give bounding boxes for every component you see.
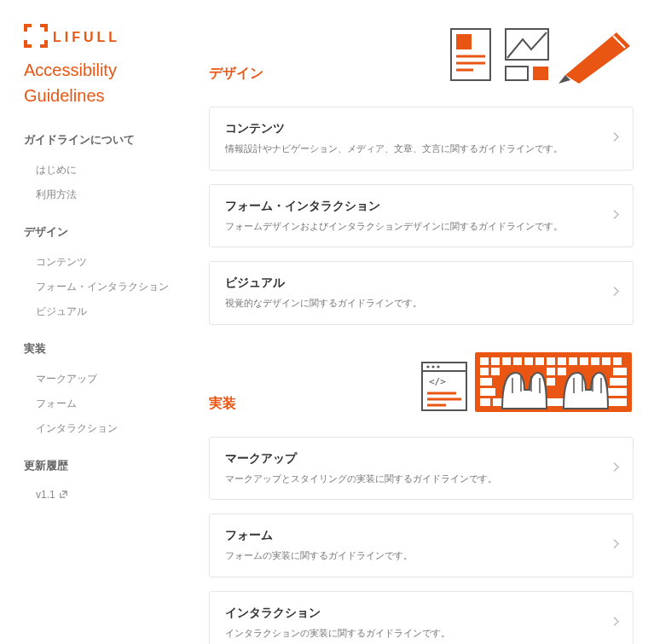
nav-item-intro[interactable]: はじめに (24, 158, 182, 183)
sidebar: LIFULL Accessibility Guidelines ガイドラインにつ… (0, 0, 192, 644)
nav-heading-about: ガイドラインについて (24, 132, 182, 148)
svg-point-12 (431, 365, 434, 368)
card-interaction[interactable]: インタラクション インタラクションの実装に関するガイドラインです。 (209, 591, 634, 645)
main-content: デザイン (192, 0, 654, 644)
section-title-design: デザイン (209, 65, 263, 88)
sidebar-nav: ガイドラインについて はじめに 利用方法 デザイン コンテンツ フォーム・インタ… (24, 132, 182, 506)
chevron-right-icon (613, 132, 619, 145)
svg-rect-33 (491, 368, 500, 375)
svg-rect-34 (547, 368, 555, 375)
implementation-illustration-icon: </> (420, 349, 634, 418)
svg-rect-42 (480, 398, 490, 406)
svg-rect-39 (610, 378, 627, 386)
brand-name: LIFULL (53, 30, 120, 45)
chevron-right-icon (613, 287, 619, 299)
svg-rect-19 (480, 357, 489, 365)
card-desc: フォームデザインおよびインタラクションデザインに関するガイドラインです。 (225, 219, 599, 234)
svg-rect-48 (606, 398, 627, 406)
card-desc: マークアップとスタイリングの実装に関するガイドラインです。 (225, 472, 599, 486)
svg-point-13 (437, 365, 439, 368)
nav-item-contents[interactable]: コンテンツ (24, 250, 182, 275)
chevron-right-icon (613, 209, 619, 222)
card-form-interaction[interactable]: フォーム・インタラクション フォームデザインおよびインタラクションデザインに関す… (209, 184, 634, 248)
svg-rect-35 (558, 368, 566, 375)
svg-rect-28 (580, 357, 588, 365)
chevron-right-icon (613, 616, 619, 629)
nav-heading-design: デザイン (24, 224, 182, 240)
svg-rect-22 (513, 357, 522, 365)
nav-heading-changelog: 更新履歴 (24, 458, 182, 473)
card-desc: インタラクションの実装に関するガイドラインです。 (225, 626, 599, 641)
site-title-line2: Guidelines (24, 83, 182, 108)
svg-rect-30 (602, 357, 611, 365)
card-markup[interactable]: マークアップ マークアップとスタイリングの実装に関するガイドラインです。 (209, 437, 634, 501)
svg-text:</>: </> (429, 376, 446, 387)
nav-item-form-interaction[interactable]: フォーム・インタラクション (24, 275, 182, 299)
svg-rect-21 (502, 357, 511, 365)
section-title-implementation: 実装 (209, 395, 236, 418)
site-title-line1: Accessibility (24, 57, 182, 83)
svg-rect-6 (506, 67, 528, 80)
svg-rect-26 (558, 357, 566, 365)
svg-rect-24 (535, 357, 544, 365)
section-implementation: 実装 </> (209, 349, 634, 645)
design-illustration-icon (446, 24, 634, 88)
card-desc: フォームの実装に関するガイドラインです。 (225, 548, 599, 563)
svg-rect-38 (547, 378, 555, 386)
card-title: インタラクション (225, 606, 599, 621)
svg-rect-25 (547, 357, 555, 365)
card-visual[interactable]: ビジュアル 視覚的なデザインに関するガイドラインです。 (209, 261, 634, 325)
logo-brackets-icon (24, 24, 48, 50)
nav-item-version[interactable]: v1.1 (24, 484, 182, 506)
nav-item-visual[interactable]: ビジュアル (24, 299, 182, 324)
chevron-right-icon (613, 539, 619, 552)
svg-rect-23 (524, 357, 533, 365)
section-design: デザイン (209, 24, 634, 325)
svg-rect-27 (569, 357, 577, 365)
card-title: マークアップ (225, 451, 599, 467)
card-desc: 情報設計やナビゲーション、メディア、文章、文言に関するガイドラインです。 (225, 142, 599, 156)
svg-rect-29 (591, 357, 599, 365)
svg-rect-37 (480, 378, 492, 386)
card-form[interactable]: フォーム フォームの実装に関するガイドラインです。 (209, 513, 634, 577)
external-link-icon (59, 490, 68, 501)
svg-rect-1 (456, 34, 472, 49)
nav-heading-implementation: 実装 (24, 341, 182, 357)
nav-item-usage[interactable]: 利用方法 (24, 183, 182, 207)
nav-item-markup[interactable]: マークアップ (24, 367, 182, 392)
logo-block[interactable]: LIFULL Accessibility Guidelines (24, 24, 182, 108)
card-desc: 視覚的なデザインに関するガイドラインです。 (225, 296, 599, 310)
card-title: ビジュアル (225, 276, 599, 291)
svg-rect-36 (613, 368, 627, 375)
nav-item-form[interactable]: フォーム (24, 392, 182, 416)
card-title: フォーム・インタラクション (225, 199, 599, 214)
svg-rect-31 (613, 357, 622, 365)
card-title: コンテンツ (225, 121, 599, 136)
svg-rect-41 (606, 388, 627, 396)
svg-point-11 (426, 365, 429, 368)
nav-item-interaction[interactable]: インタラクション (24, 416, 182, 441)
chevron-right-icon (613, 461, 619, 474)
svg-rect-40 (480, 388, 495, 396)
card-contents[interactable]: コンテンツ 情報設計やナビゲーション、メディア、文章、文言に関するガイドラインで… (209, 107, 634, 171)
svg-rect-32 (480, 368, 489, 375)
svg-rect-7 (533, 67, 548, 80)
svg-rect-20 (491, 357, 500, 365)
card-title: フォーム (225, 528, 599, 543)
